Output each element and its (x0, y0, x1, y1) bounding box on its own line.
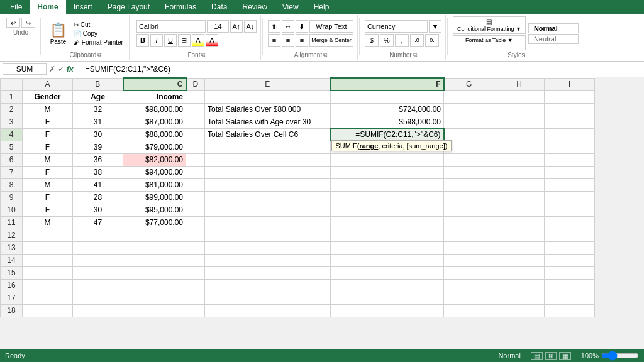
cell-E5[interactable] (205, 141, 331, 153)
cell-C8[interactable]: $81,000.00 (123, 178, 186, 191)
cell-G7[interactable] (444, 166, 494, 178)
col-header-H[interactable]: H (494, 78, 545, 90)
font-size-input[interactable] (207, 20, 229, 33)
row-header-3[interactable]: 3 (1, 116, 23, 128)
normal-style[interactable]: Normal (528, 23, 579, 33)
cell-H2[interactable] (494, 103, 545, 116)
copy-button[interactable]: 📄 Copy (72, 30, 125, 38)
cell-I2[interactable] (545, 103, 595, 116)
cell-I4[interactable] (545, 128, 595, 141)
cell-F7[interactable] (331, 166, 444, 178)
cell-D6[interactable] (186, 153, 205, 166)
cell-I6[interactable] (545, 153, 595, 166)
row-header-4[interactable]: 4 (1, 128, 23, 141)
col-header-G[interactable]: G (444, 78, 494, 90)
merge-center-button[interactable]: Merge & Center (309, 34, 353, 47)
cell-C11[interactable]: $77,000.00 (123, 216, 186, 229)
align-top-button[interactable]: ⬆ (268, 20, 280, 33)
row-header-2[interactable]: 2 (1, 103, 23, 116)
bold-button[interactable]: B (136, 34, 149, 47)
spreadsheet-container[interactable]: A B C D E F G H I 1 Gender Age Income (0, 77, 644, 339)
cell-D5[interactable] (186, 141, 205, 153)
redo-button[interactable]: ↪ (21, 18, 35, 28)
cell-H7[interactable] (494, 166, 545, 178)
cell-H5[interactable] (494, 141, 545, 153)
cell-C6-highlighted[interactable]: $82,000.00 (123, 153, 186, 166)
tab-page-layout[interactable]: Page Layout (100, 0, 157, 14)
align-center-button[interactable]: ≡ (282, 34, 294, 47)
cell-G8[interactable] (444, 178, 494, 191)
decrease-decimal-button[interactable]: 0. (425, 34, 439, 47)
cell-B5[interactable]: 39 (73, 141, 123, 153)
cell-A8[interactable]: M (23, 178, 73, 191)
cell-F1[interactable] (331, 90, 444, 103)
cell-D3[interactable] (186, 116, 205, 128)
row-header-16[interactable]: 16 (1, 279, 23, 292)
align-middle-button[interactable]: ↔ (282, 20, 294, 33)
row-header-6[interactable]: 6 (1, 153, 23, 166)
cell-E4[interactable]: Total Salaries Over Cell C6 (205, 128, 331, 141)
format-as-table-button[interactable]: Format as Table ▼ (453, 35, 526, 50)
cell-G9[interactable] (444, 191, 494, 204)
undo-button[interactable]: ↩ (6, 18, 20, 28)
currency-button[interactable]: $ (365, 34, 379, 47)
cell-E7[interactable] (205, 166, 331, 178)
cell-F10[interactable] (331, 204, 444, 216)
col-header-E[interactable]: E (205, 78, 331, 90)
cell-I7[interactable] (545, 166, 595, 178)
cell-H11[interactable] (494, 216, 545, 229)
formula-icon-check[interactable]: ✓ (58, 65, 64, 74)
cell-G4[interactable] (444, 128, 494, 141)
cell-B7[interactable]: 38 (73, 166, 123, 178)
cell-H10[interactable] (494, 204, 545, 216)
comma-button[interactable]: , (395, 34, 409, 47)
cell-B4[interactable]: 30 (73, 128, 123, 141)
tab-view[interactable]: View (275, 0, 306, 14)
row-header-8[interactable]: 8 (1, 178, 23, 191)
tab-review[interactable]: Review (235, 0, 274, 14)
cell-B10[interactable]: 30 (73, 204, 123, 216)
increase-font-button[interactable]: A↑ (230, 20, 243, 33)
cell-D8[interactable] (186, 178, 205, 191)
tab-file[interactable]: File (3, 0, 30, 14)
row-header-17[interactable]: 17 (1, 292, 23, 304)
cell-A1[interactable]: Gender (23, 90, 73, 103)
cell-H9[interactable] (494, 191, 545, 204)
row-header-11[interactable]: 11 (1, 216, 23, 229)
cell-A2[interactable]: M (23, 103, 73, 116)
wrap-text-button[interactable]: Wrap Text (309, 20, 353, 33)
col-header-D[interactable]: D (186, 78, 205, 90)
cell-G2[interactable] (444, 103, 494, 116)
cell-C2[interactable]: $98,000.00 (123, 103, 186, 116)
cell-G11[interactable] (444, 216, 494, 229)
formula-input[interactable] (84, 63, 641, 75)
cell-C1[interactable]: Income (123, 90, 186, 103)
italic-button[interactable]: I (150, 34, 163, 47)
cell-C3[interactable]: $87,000.00 (123, 116, 186, 128)
cell-B3[interactable]: 31 (73, 116, 123, 128)
align-bottom-button[interactable]: ⬇ (296, 20, 308, 33)
cell-A7[interactable]: F (23, 166, 73, 178)
cell-E2[interactable]: Total Salaries Over $80,000 (205, 103, 331, 116)
cell-D7[interactable] (186, 166, 205, 178)
cell-H3[interactable] (494, 116, 545, 128)
cell-B9[interactable]: 28 (73, 191, 123, 204)
tab-insert[interactable]: Insert (66, 0, 100, 14)
formula-icon-x[interactable]: ✗ (49, 65, 55, 74)
clipboard-expand-icon[interactable]: ⧉ (97, 52, 101, 58)
cell-I9[interactable] (545, 191, 595, 204)
row-header-14[interactable]: 14 (1, 254, 23, 266)
col-header-I[interactable]: I (545, 78, 595, 90)
cell-G1[interactable] (444, 90, 494, 103)
number-label-expand-icon[interactable]: ⧉ (413, 52, 417, 58)
cell-B6[interactable]: 36 (73, 153, 123, 166)
cell-A4[interactable]: F (23, 128, 73, 141)
cell-D4[interactable] (186, 128, 205, 141)
neutral-style[interactable]: Neutral (528, 34, 579, 44)
number-format-input[interactable] (365, 20, 428, 33)
cell-E10[interactable] (205, 204, 331, 216)
align-right-button[interactable]: ≡ (296, 34, 308, 47)
tab-help[interactable]: Help (306, 0, 337, 14)
cell-H4[interactable] (494, 128, 545, 141)
row-header-12[interactable]: 12 (1, 229, 23, 241)
